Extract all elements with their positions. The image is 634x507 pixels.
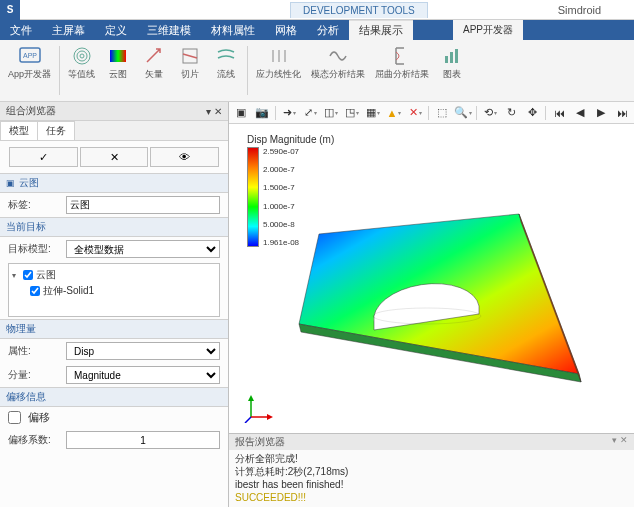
svg-line-7 — [183, 54, 197, 58]
stream-icon — [214, 44, 238, 68]
comp-select[interactable]: Magnitude — [66, 366, 220, 384]
report-panel: 报告浏览器 ▾ ✕ 分析全部完成! 计算总耗时:2秒(2,718ms) ibes… — [229, 433, 634, 507]
svg-point-3 — [77, 51, 87, 61]
ribbon-modal[interactable]: 模态分析结果 — [307, 42, 369, 99]
view-iso-icon[interactable]: ◳ — [342, 104, 362, 122]
clear-icon[interactable]: ✕ — [405, 104, 425, 122]
svg-rect-5 — [110, 50, 126, 62]
ribbon-stream[interactable]: 流线 — [209, 42, 243, 99]
cloud-section-title: 云图 — [19, 176, 39, 190]
label-label: 标签: — [8, 198, 62, 212]
ribbon-slice[interactable]: 切片 — [173, 42, 207, 99]
report-line: 计算总耗时:2秒(2,718ms) — [235, 465, 628, 478]
contour-plot — [279, 194, 589, 404]
menu-mesh[interactable]: 网格 — [265, 20, 307, 40]
menu-file[interactable]: 文件 — [0, 20, 42, 40]
last-icon[interactable]: ⏭ — [612, 104, 632, 122]
offset-factor-input[interactable] — [66, 431, 220, 449]
cancel-button[interactable]: ✕ — [80, 147, 149, 167]
legend-tick: 1.500e-7 — [263, 183, 299, 192]
prop-label: 属性: — [8, 344, 62, 358]
ribbon-stress[interactable]: 应力线性化 — [252, 42, 305, 99]
zoom-fit-icon[interactable]: ⤢ — [300, 104, 320, 122]
ribbon-cloud[interactable]: 云图 — [101, 42, 135, 99]
comp-label: 分量: — [8, 368, 62, 382]
prev-icon[interactable]: ◀ — [570, 104, 590, 122]
svg-rect-12 — [450, 52, 453, 63]
export-icon[interactable]: ➜ — [279, 104, 299, 122]
menu-define[interactable]: 定义 — [95, 20, 137, 40]
display-mode-icon[interactable]: ▦ — [363, 104, 383, 122]
contour-icon — [70, 44, 94, 68]
report-success: SUCCEEDED!!! — [235, 491, 628, 504]
first-icon[interactable]: ⏮ — [549, 104, 569, 122]
target-model-label: 目标模型: — [8, 242, 62, 256]
menu-analysis[interactable]: 分析 — [307, 20, 349, 40]
report-controls[interactable]: ▾ ✕ — [612, 435, 628, 449]
preview-button[interactable]: 👁 — [150, 147, 219, 167]
offset-checkbox[interactable] — [8, 411, 21, 424]
canvas-3d[interactable]: Disp Magnitude (m) 2.590e-07 2.000e-7 1.… — [229, 124, 634, 433]
axis-triad — [243, 393, 273, 423]
zoom-icon[interactable]: 🔍 — [453, 104, 473, 122]
tab-task[interactable]: 任务 — [37, 121, 75, 140]
prop-select[interactable]: Disp — [66, 342, 220, 360]
ribbon-app-dev[interactable]: APP App开发器 — [4, 42, 55, 99]
ok-button[interactable]: ✓ — [9, 147, 78, 167]
zoom-window-icon[interactable]: ⬚ — [432, 104, 452, 122]
tree-root-check[interactable] — [23, 270, 33, 280]
menu-material[interactable]: 材料属性 — [201, 20, 265, 40]
panel-close-icon[interactable]: ▾ ✕ — [206, 106, 222, 117]
submenu-app-dev[interactable]: APP开发器 — [453, 20, 523, 40]
colorbar — [247, 147, 259, 247]
tree-child-check[interactable] — [30, 286, 40, 296]
pan-icon[interactable]: ✥ — [522, 104, 542, 122]
modal-icon — [326, 44, 350, 68]
ribbon-contour[interactable]: 等值线 — [64, 42, 99, 99]
refresh-icon[interactable]: ↻ — [501, 104, 521, 122]
menu-home[interactable]: 主屏幕 — [42, 20, 95, 40]
tree-root[interactable]: ▾云图 — [12, 267, 216, 283]
ribbon-buckling[interactable]: 屈曲分析结果 — [371, 42, 433, 99]
ribbon-chart[interactable]: 图表 — [435, 42, 469, 99]
rotate-icon[interactable]: ⟲ — [480, 104, 500, 122]
offset-section-title: 偏移信息 — [6, 390, 46, 404]
svg-rect-11 — [445, 56, 448, 63]
highlight-icon[interactable]: ▲ — [384, 104, 404, 122]
redraw-icon[interactable]: ▣ — [231, 104, 251, 122]
offset-factor-label: 偏移系数: — [8, 433, 62, 447]
side-panel: 组合浏览器 ▾ ✕ 模型 任务 ✓ ✕ 👁 ▣云图 标签: 当前目标 目标模型:… — [0, 102, 229, 507]
app-title: Simdroid — [558, 4, 601, 16]
viewport: ▣ 📷 ➜ ⤢ ◫ ◳ ▦ ▲ ✕ ⬚ 🔍 ⟲ ↻ ✥ ⏮ ◀ ▶ ⏭ — [229, 102, 634, 507]
collapse-icon[interactable]: ▣ — [6, 178, 15, 188]
cloud-icon — [106, 44, 130, 68]
svg-line-19 — [245, 417, 251, 423]
tab-model[interactable]: 模型 — [0, 121, 38, 140]
camera-icon[interactable]: 📷 — [252, 104, 272, 122]
legend-tick: 2.000e-7 — [263, 165, 299, 174]
report-line: ibestr has been finished! — [235, 478, 628, 491]
buckling-icon — [390, 44, 414, 68]
app-logo: S — [0, 0, 20, 20]
legend-tick: 2.590e-07 — [263, 147, 299, 156]
ribbon: APP App开发器 等值线 云图 矢量 切片 流线 应力线性化 模态分析结果 … — [0, 40, 634, 102]
menu-results[interactable]: 结果展示 — [349, 20, 413, 40]
report-line: 分析全部完成! — [235, 452, 628, 465]
legend-title: Disp Magnitude (m) — [247, 134, 334, 145]
dev-tools-tab[interactable]: DEVELOPMENT TOOLS — [290, 2, 428, 18]
ribbon-vector[interactable]: 矢量 — [137, 42, 171, 99]
report-title: 报告浏览器 — [235, 435, 285, 449]
view-front-icon[interactable]: ◫ — [321, 104, 341, 122]
menu-3d[interactable]: 三维建模 — [137, 20, 201, 40]
vector-icon — [142, 44, 166, 68]
tree-child[interactable]: 拉伸-Solid1 — [12, 283, 216, 299]
label-input[interactable] — [66, 196, 220, 214]
target-model-select[interactable]: 全模型数据 — [66, 240, 220, 258]
svg-point-4 — [80, 54, 84, 58]
svg-text:APP: APP — [22, 52, 36, 59]
phys-section-title: 物理量 — [6, 322, 36, 336]
offset-chk-label: 偏移 — [28, 410, 50, 425]
browser-title: 组合浏览器 — [6, 104, 56, 118]
tree-view[interactable]: ▾云图 拉伸-Solid1 — [8, 263, 220, 317]
next-icon[interactable]: ▶ — [591, 104, 611, 122]
